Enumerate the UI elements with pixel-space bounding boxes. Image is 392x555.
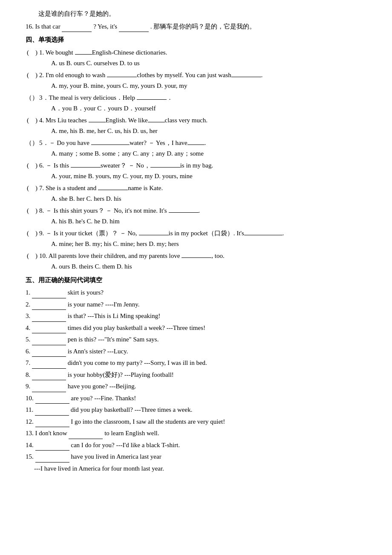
mc-q2-line: ( ) 2. I'm old enough to wash clothes by… xyxy=(26,70,366,81)
fill-blank-6 xyxy=(32,350,66,357)
mc-item-7: ( ) 7. She is a student and name is Kate… xyxy=(26,183,366,205)
fill-blank-4 xyxy=(32,327,66,333)
mc-opt7: A. she B. her C. hers D. his xyxy=(26,194,366,205)
blank-8 xyxy=(169,206,199,213)
mc-opt2: A. my, your B. mine, yours C. my, yours … xyxy=(26,81,366,92)
blank-5a xyxy=(91,139,130,145)
section5-title: 五、用正确的疑问代词填空 xyxy=(26,275,366,286)
mc-opt1: A. us B. ours C. ourselves D. to us xyxy=(26,58,366,69)
mc-opt8: A. his B. he's C. he D. him xyxy=(26,216,366,227)
mc-q4-line: ( ) 4. Mrs Liu teaches English. We like … xyxy=(26,115,366,126)
mc-q9-line: ( ) 9. － Is it your ticket（票）？ － No, is … xyxy=(26,228,366,239)
mc-item-3: （） 3．The meal is very delicious．Help ． A… xyxy=(26,92,366,114)
mc-item-1: ( ) 1. We bought English-Chinese diction… xyxy=(26,47,366,69)
blank-9b xyxy=(244,229,282,235)
intro-line1: 这是谁的自行车？是她的。 xyxy=(26,9,366,20)
fill-9: 9. have you gone? ---Beijing. xyxy=(26,381,366,392)
fill-15-sub: ---I have lived in America for four mont… xyxy=(26,463,366,474)
bracket-1: ( ) xyxy=(26,47,37,58)
fill-13: 13. I don't know to learn English well. xyxy=(26,428,366,439)
fill-12: 12. I go into the classroom, I saw all t… xyxy=(26,416,366,428)
blank-9a xyxy=(139,229,169,235)
blank-16b xyxy=(119,26,149,32)
blank-2a xyxy=(107,71,137,77)
blank-10 xyxy=(182,251,211,258)
fill-7: 7. didn't you come to my party? ---Sorry… xyxy=(26,358,366,369)
fill-blank-8 xyxy=(32,374,66,380)
fill-14: 14. can I do for you? ---I'd like a blac… xyxy=(26,440,366,451)
mc-item-10: ( ) 10. All parents love their children,… xyxy=(26,251,366,272)
mc-q5-line: （） 5．－ Do you have water? － Yes，I have . xyxy=(26,138,366,149)
fill-blank-12 xyxy=(35,421,69,427)
intro-line2: 16. Is that car ? Yes, it's . 那辆车是你的吗？是的… xyxy=(26,21,366,32)
fill-blank-14 xyxy=(35,444,69,451)
mc-q6-line: ( ) 6. － Is this sweater？ － No， is in my… xyxy=(26,160,366,171)
blank-16a xyxy=(62,26,92,32)
mc-item-4: ( ) 4. Mrs Liu teaches English. We like … xyxy=(26,115,366,137)
fill-11: 11. did you play basketball? ---Three ti… xyxy=(26,405,366,416)
mc-item-5: （） 5．－ Do you have water? － Yes，I have .… xyxy=(26,138,366,159)
fill-1: 1. skirt is yours? xyxy=(26,287,366,298)
fill-4: 4. times did you play basketball a week?… xyxy=(26,323,366,334)
blank-3 xyxy=(137,93,167,100)
mc-q3-line: （） 3．The meal is very delicious．Help ． xyxy=(26,92,366,104)
blank-6a xyxy=(71,161,101,168)
mc-opt4: A. me, his B. me, her C. us, his D. us, … xyxy=(26,126,366,137)
mc-item-2: ( ) 2. I'm old enough to wash clothes by… xyxy=(26,70,366,92)
fill-blank-1 xyxy=(32,292,66,298)
blank-6b xyxy=(150,161,180,168)
fill-blank-10 xyxy=(35,397,69,404)
mc-opt3: A．you B．your C．yours D．yourself xyxy=(26,103,366,114)
fill-blank-9 xyxy=(32,386,66,392)
mc-opt5: A. many；some B. some；any C. any；any D. a… xyxy=(26,148,366,159)
fill-3: 3. is that? ---This is Li Ming speaking! xyxy=(26,311,366,322)
fill-5: 5. pen is this? ---"It's mine" Sam says. xyxy=(26,334,366,345)
fill-blank-11 xyxy=(35,409,69,416)
mc-item-8: ( ) 8. － Is this shirt yours？ － No, it's… xyxy=(26,205,366,227)
fill-blank-7 xyxy=(32,362,66,369)
fill-15: 15. have you lived in America last year xyxy=(26,451,366,462)
mc-item-9: ( ) 9. － Is it your ticket（票）？ － No, is … xyxy=(26,228,366,250)
mc-q8-line: ( ) 8. － Is this shirt yours？ － No, it's… xyxy=(26,205,366,217)
blank-4b xyxy=(148,116,165,122)
intro-section: 这是谁的自行车？是她的。 16. Is that car ? Yes, it's… xyxy=(26,9,366,32)
fill-6: 6. is Ann's sister? ---Lucy. xyxy=(26,346,366,357)
section4-title: 四、单项选择 xyxy=(26,35,366,46)
fill-blank-15 xyxy=(35,456,69,462)
fill-blank-2 xyxy=(32,304,66,310)
fill-items: 1. skirt is yours? 2. is your name? ----… xyxy=(26,287,366,474)
blank-1 xyxy=(75,48,92,55)
fill-blank-5 xyxy=(32,339,66,345)
mc-opt9: A. mine; her B. my; his C. mine; hers D.… xyxy=(26,239,366,250)
fill-10: 10. are you? ---Fine. Thanks! xyxy=(26,393,366,404)
mc-opt10: A. ours B. theirs C. them D. his xyxy=(26,261,366,272)
fill-blank-3 xyxy=(32,315,66,322)
fill-8: 8. is your hobby(爱好)? ---Playing footbal… xyxy=(26,370,366,381)
mc-q1-line: ( ) 1. We bought English-Chinese diction… xyxy=(26,47,366,58)
blank-7 xyxy=(98,184,128,190)
blank-4a xyxy=(89,116,106,122)
mc-q10-line: ( ) 10. All parents love their children,… xyxy=(26,251,366,262)
fill-blank-13 xyxy=(69,433,103,439)
fill-2: 2. is your name? ----I'm Jenny. xyxy=(26,299,366,310)
mc-item-6: ( ) 6. － Is this sweater？ － No， is in my… xyxy=(26,160,366,182)
mc-q7-line: ( ) 7. She is a student and name is Kate… xyxy=(26,183,366,194)
blank-2b xyxy=(231,71,261,77)
mc-opt6: A. your, mine B. yours, my C. your, my D… xyxy=(26,171,366,182)
section4: 四、单项选择 ( ) 1. We bought English-Chinese … xyxy=(26,35,366,272)
section5: 五、用正确的疑问代词填空 1. skirt is yours? 2. is yo… xyxy=(26,275,366,474)
blank-5b xyxy=(187,139,205,145)
